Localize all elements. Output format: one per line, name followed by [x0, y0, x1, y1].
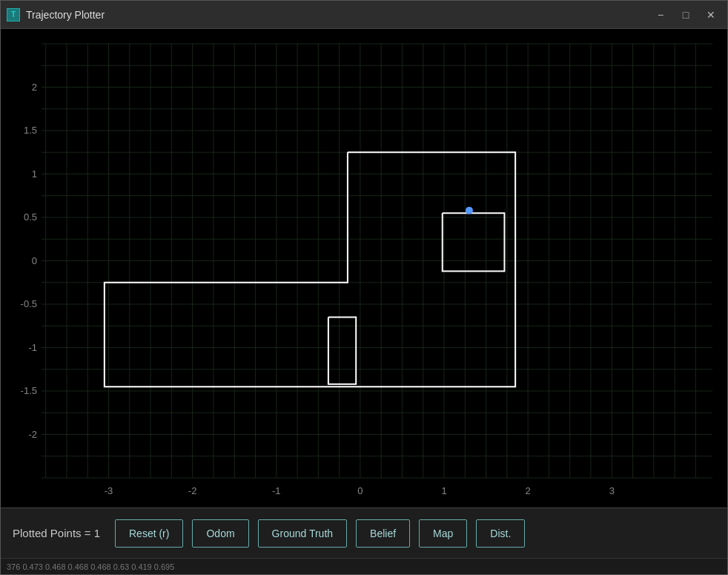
map-button[interactable]: Map — [419, 519, 467, 548]
status-text: 376 0.473 0.468 0.468 0.468 0.63 0.419 0… — [7, 562, 174, 571]
bottom-bar: Plotted Points = 1 Reset (r) Odom Ground… — [1, 507, 727, 558]
window-title: Trajectory Plotter — [26, 9, 650, 21]
window-controls: − □ ✕ — [650, 7, 721, 23]
title-bar: T Trajectory Plotter − □ ✕ — [1, 1, 727, 29]
app-icon: T — [7, 8, 20, 22]
ground-truth-button[interactable]: Ground Truth — [258, 519, 348, 548]
trajectory-canvas — [1, 29, 727, 507]
odom-button[interactable]: Odom — [192, 519, 248, 548]
main-window: T Trajectory Plotter − □ ✕ Plotted Point… — [0, 0, 728, 575]
dist-button[interactable]: Dist. — [476, 519, 525, 548]
close-button[interactable]: ✕ — [701, 7, 721, 23]
minimize-button[interactable]: − — [650, 7, 671, 23]
belief-button[interactable]: Belief — [356, 519, 410, 548]
reset-button[interactable]: Reset (r) — [115, 519, 183, 548]
plot-area — [1, 29, 727, 507]
status-bar: 376 0.473 0.468 0.468 0.468 0.63 0.419 0… — [1, 558, 727, 574]
plotted-points-label: Plotted Points = 1 — [13, 527, 100, 539]
maximize-button[interactable]: □ — [675, 7, 696, 23]
